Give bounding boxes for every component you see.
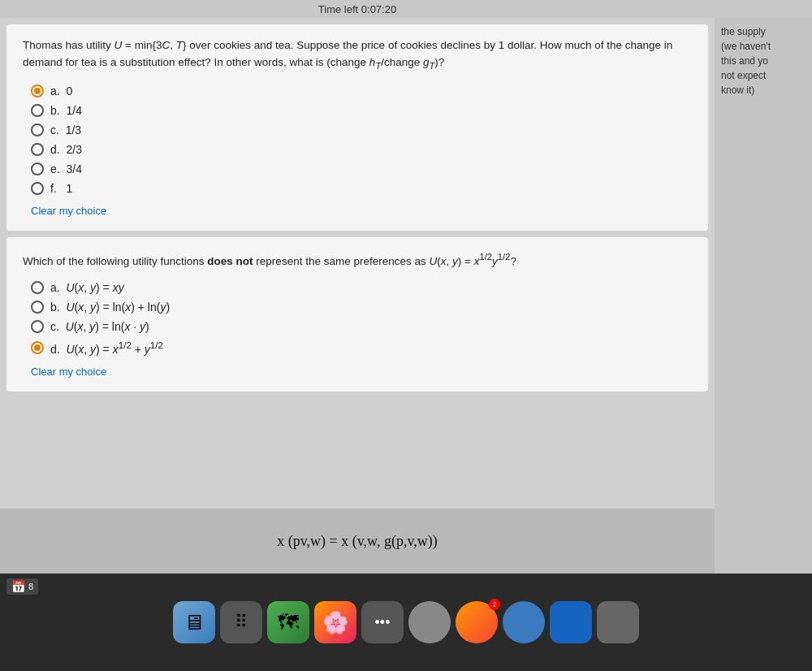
clear-choice-2[interactable]: Clear my choice <box>31 366 106 378</box>
dock-circle2[interactable]: 2 <box>456 601 498 643</box>
radio-2d[interactable] <box>31 341 44 354</box>
dock-blue-sq[interactable] <box>550 601 592 643</box>
dock-maps[interactable]: 🗺 <box>267 601 309 643</box>
option-2b-label: b. U(x, y) = ln(x) + ln(y) <box>50 301 170 314</box>
option-1b[interactable]: b. 1/4 <box>31 104 692 117</box>
option-2c[interactable]: c. U(x, y) = ln(x · y) <box>31 320 692 333</box>
option-1b-label: b. 1/4 <box>50 104 82 117</box>
dock-photos[interactable]: 🌸 <box>314 601 356 643</box>
option-1c-label: c. 1/3 <box>50 123 81 136</box>
option-1f[interactable]: f. 1 <box>31 182 692 195</box>
option-2a-label: a. U(x, y) = xy <box>50 281 124 294</box>
option-2d[interactable]: d. U(x, y) = x1/2 + y1/2 <box>31 340 692 356</box>
radio-1e[interactable] <box>31 162 44 175</box>
question-1-text: Thomas has utility U = min{3C, T} over c… <box>23 37 692 73</box>
question-1-options: a. 0 b. 1/4 c. 1/3 d. 2/3 e. 3/4 f. <box>31 84 692 195</box>
badge-circle2: 2 <box>489 599 500 610</box>
clear-choice-1[interactable]: Clear my choice <box>31 205 106 217</box>
radio-2a[interactable] <box>31 281 44 294</box>
taskbar: 📅 8 🖥 ⠿ 🗺 🌸 ••• 2 <box>0 574 812 671</box>
option-1a-label: a. 0 <box>50 84 72 97</box>
option-1d-label: d. 2/3 <box>50 143 82 156</box>
dock-circle1[interactable] <box>408 601 451 643</box>
timer-text: Time left 0:07:20 <box>318 3 396 15</box>
radio-1d[interactable] <box>31 143 44 156</box>
dock-gray-sq[interactable] <box>597 601 639 643</box>
main-content: Thomas has utility U = min{3C, T} over c… <box>0 18 715 574</box>
option-2d-label: d. U(x, y) = x1/2 + y1/2 <box>50 340 163 356</box>
question-2-options: a. U(x, y) = xy b. U(x, y) = ln(x) + ln(… <box>31 281 692 356</box>
option-1e-label: e. 3/4 <box>50 162 82 175</box>
radio-1f[interactable] <box>31 182 44 195</box>
option-1d[interactable]: d. 2/3 <box>31 143 692 156</box>
timer-bar: Time left 0:07:20 <box>0 0 715 18</box>
dock-launchpad[interactable]: ⠿ <box>220 601 262 643</box>
option-2a[interactable]: a. U(x, y) = xy <box>31 281 692 294</box>
handwriting-area: x (pv,w) = x (v,w, g(p,v,w)) <box>0 509 715 574</box>
question-1-box: Thomas has utility U = min{3C, T} over c… <box>6 24 708 231</box>
option-1f-label: f. 1 <box>50 182 72 195</box>
dock: 🖥 ⠿ 🗺 🌸 ••• 2 <box>173 601 639 643</box>
option-2c-label: c. U(x, y) = ln(x · y) <box>50 320 149 333</box>
option-1c[interactable]: c. 1/3 <box>31 123 692 136</box>
option-2b[interactable]: b. U(x, y) = ln(x) + ln(y) <box>31 301 692 314</box>
radio-1a[interactable] <box>31 84 44 97</box>
radio-2b[interactable] <box>31 301 44 314</box>
dock-dots[interactable]: ••• <box>361 601 404 643</box>
radio-1c[interactable] <box>31 123 44 136</box>
radio-1b[interactable] <box>31 104 44 117</box>
dock-finder[interactable]: 🖥 <box>173 601 215 643</box>
sidebar-right: the supply (we haven't this and yo not e… <box>715 18 812 574</box>
question-2-text: Which of the following utility functions… <box>23 250 692 270</box>
taskbar-clock: 📅 8 <box>6 578 38 595</box>
handwriting-text: x (pv,w) = x (v,w, g(p,v,w)) <box>277 533 437 550</box>
sidebar-text: the supply (we haven't this and yo not e… <box>721 24 806 97</box>
option-1a[interactable]: a. 0 <box>31 84 692 97</box>
question-2-box: Which of the following utility functions… <box>6 237 708 392</box>
option-1e[interactable]: e. 3/4 <box>31 162 692 175</box>
dock-circle3[interactable] <box>503 601 545 643</box>
radio-2c[interactable] <box>31 320 44 333</box>
